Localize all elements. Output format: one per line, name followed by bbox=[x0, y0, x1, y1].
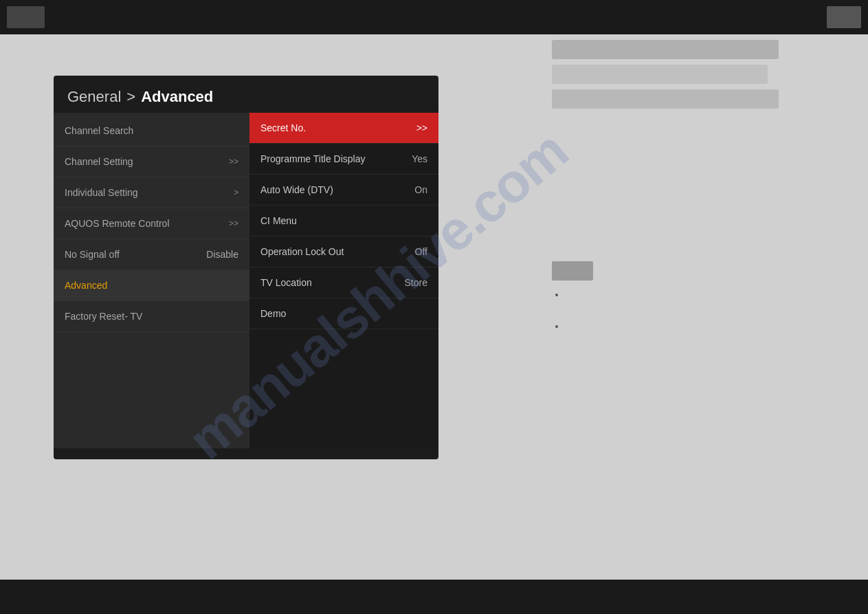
submenu-item-ci-menu[interactable]: CI Menu bbox=[249, 206, 438, 237]
bullet-item-2 bbox=[566, 320, 593, 331]
top-bar bbox=[0, 0, 868, 34]
submenu-label-auto-wide: Auto Wide (DTV) bbox=[260, 184, 333, 195]
right-submenu: Secret No. >> Programme Title Display Ye… bbox=[249, 113, 438, 448]
breadcrumb-separator: > bbox=[126, 88, 135, 106]
submenu-item-operation-lock[interactable]: Operation Lock Out Off bbox=[249, 237, 438, 267]
submenu-label-tv-location: TV Location bbox=[260, 277, 312, 288]
menu-container: Channel Search Channel Setting >> Indivi… bbox=[54, 113, 438, 448]
submenu-label-secret-no: Secret No. bbox=[260, 122, 306, 133]
programme-title-value: Yes bbox=[412, 153, 427, 164]
sidebar-item-factory-reset[interactable]: Factory Reset- TV bbox=[54, 301, 249, 332]
submenu-label-demo: Demo bbox=[260, 308, 286, 319]
left-sidebar: Channel Search Channel Setting >> Indivi… bbox=[54, 113, 249, 448]
sidebar-item-channel-setting[interactable]: Channel Setting >> bbox=[54, 146, 249, 177]
sidebar-item-channel-search[interactable]: Channel Search bbox=[54, 116, 249, 146]
sidebar-label-no-signal: No Signal off bbox=[65, 249, 120, 260]
sidebar-label-factory-reset: Factory Reset- TV bbox=[65, 311, 142, 322]
tv-location-value: Store bbox=[405, 277, 427, 288]
secret-no-arrows: >> bbox=[416, 122, 427, 133]
bottom-bar bbox=[0, 580, 868, 614]
operation-lock-value: Off bbox=[415, 246, 427, 257]
sidebar-item-individual-setting[interactable]: Individual Setting > bbox=[54, 177, 249, 208]
sidebar-label-channel-search: Channel Search bbox=[65, 125, 133, 136]
sidebar-label-individual-setting: Individual Setting bbox=[65, 187, 138, 198]
sidebar-item-no-signal[interactable]: No Signal off Disable bbox=[54, 239, 249, 270]
bullet-list bbox=[552, 289, 593, 331]
submenu-item-programme-title[interactable]: Programme Title Display Yes bbox=[249, 144, 438, 175]
logo bbox=[7, 6, 45, 28]
right-bar-1 bbox=[552, 40, 779, 59]
right-bar-2 bbox=[552, 65, 768, 84]
aquos-remote-arrow: >> bbox=[229, 219, 238, 228]
tv-panel: General > Advanced Channel Search Channe… bbox=[54, 76, 438, 459]
sidebar-item-aquos-remote[interactable]: AQUOS Remote Control >> bbox=[54, 208, 249, 239]
channel-setting-arrow: >> bbox=[229, 157, 238, 166]
sidebar-label-advanced: Advanced bbox=[65, 280, 107, 291]
individual-setting-arrow: > bbox=[234, 188, 238, 197]
submenu-label-programme-title: Programme Title Display bbox=[260, 153, 366, 164]
bullet-item-1 bbox=[566, 289, 593, 300]
submenu-label-operation-lock: Operation Lock Out bbox=[260, 246, 344, 257]
gray-box bbox=[552, 261, 593, 281]
breadcrumb-advanced: Advanced bbox=[141, 88, 213, 106]
sidebar-label-aquos-remote: AQUOS Remote Control bbox=[65, 218, 170, 229]
breadcrumb: General > Advanced bbox=[54, 76, 438, 113]
submenu-item-tv-location[interactable]: TV Location Store bbox=[249, 267, 438, 298]
submenu-item-demo[interactable]: Demo bbox=[249, 298, 438, 329]
right-bar-3 bbox=[552, 89, 779, 109]
submenu-item-secret-no[interactable]: Secret No. >> bbox=[249, 113, 438, 144]
breadcrumb-general: General bbox=[67, 88, 121, 106]
auto-wide-value: On bbox=[414, 184, 427, 195]
right-panel bbox=[552, 40, 779, 109]
submenu-label-ci-menu: CI Menu bbox=[260, 215, 297, 226]
submenu-item-auto-wide[interactable]: Auto Wide (DTV) On bbox=[249, 175, 438, 206]
no-signal-value: Disable bbox=[206, 249, 238, 260]
top-bar-button[interactable] bbox=[827, 6, 861, 28]
sidebar-label-channel-setting: Channel Setting bbox=[65, 156, 133, 167]
sidebar-item-advanced[interactable]: Advanced bbox=[54, 270, 249, 301]
side-info bbox=[552, 261, 593, 331]
